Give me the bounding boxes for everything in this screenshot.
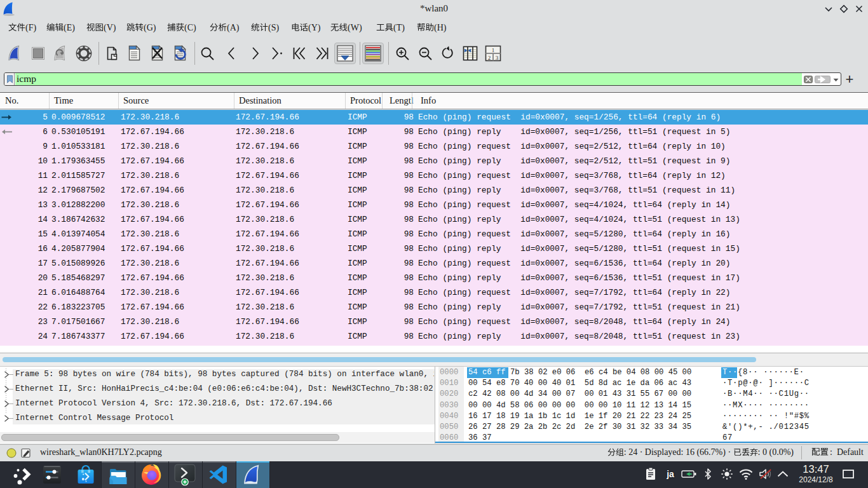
svg-text:1: 1: [492, 47, 495, 53]
svg-text:3: 3: [496, 55, 499, 61]
svg-text:2: 2: [488, 55, 491, 61]
